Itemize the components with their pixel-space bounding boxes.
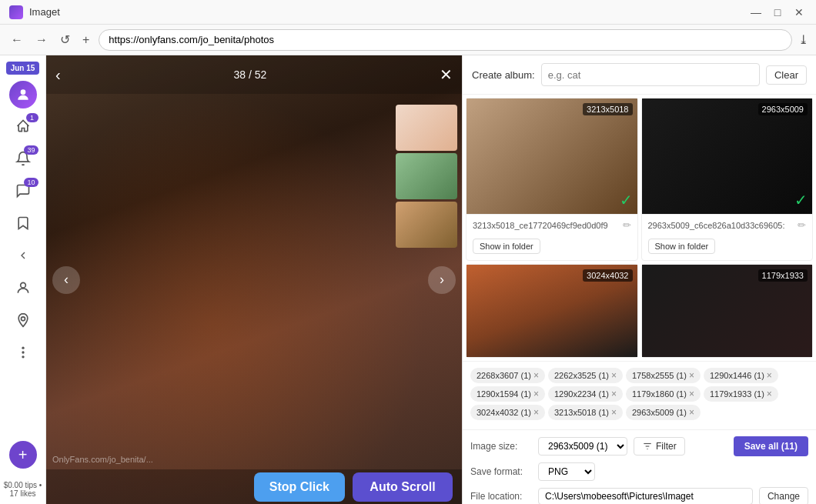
- sidebar-item-profile[interactable]: [6, 273, 40, 302]
- main-layout: Jun 15 1 39 10 + $0.0: [0, 55, 816, 504]
- grid-check-1: ✓: [620, 191, 633, 209]
- filter-icon: [642, 441, 653, 452]
- thumb-3[interactable]: [396, 202, 457, 248]
- album-input[interactable]: [541, 63, 760, 86]
- close-btn[interactable]: ✕: [791, 5, 807, 20]
- image-card-4: 1179x1933: [641, 264, 814, 358]
- tag-x-9[interactable]: ×: [611, 407, 617, 418]
- new-tab-btn[interactable]: +: [79, 32, 92, 48]
- tag-x-0[interactable]: ×: [533, 370, 539, 381]
- viewer-watermark: OnlyFans.com/jo_benita/...: [52, 455, 153, 464]
- viewer-counter: 38 / 52: [233, 68, 266, 81]
- tag-x-7[interactable]: ×: [767, 389, 772, 399]
- filter-btn[interactable]: Filter: [634, 437, 685, 456]
- sidebar-item-more[interactable]: [6, 338, 40, 367]
- sidebar-item-bookmark[interactable]: [6, 209, 40, 238]
- sidebar-item-bell[interactable]: 39: [6, 144, 40, 173]
- sidebar-add-btn[interactable]: +: [9, 441, 37, 469]
- file-location-row: File location: Change: [470, 487, 808, 504]
- image-card-1: 3213x5018 ✓ 3213x5018_ce17720469cf9ed0d0…: [466, 98, 638, 261]
- viewer-prev-btn[interactable]: ‹: [52, 266, 80, 294]
- bookmark-btn[interactable]: ⤓: [798, 32, 808, 47]
- file-location-label: File location:: [470, 491, 532, 502]
- right-panel: Create album: Clear 3213x5018 ✓ 3213x501…: [462, 55, 816, 504]
- tag-1: 2262x3525 (1)×: [548, 368, 623, 383]
- viewer-thumbnails: [393, 102, 462, 251]
- save-format-row: Save format: PNG JPG WEBP: [470, 462, 808, 481]
- tag-5: 1290x2234 (1)×: [548, 386, 623, 402]
- show-folder-btn-1[interactable]: Show in folder: [473, 239, 540, 254]
- sidebar-item-home[interactable]: 1: [6, 112, 40, 141]
- back-btn[interactable]: ←: [8, 32, 26, 48]
- tag-4: 1290x1594 (1)×: [470, 386, 545, 402]
- sidebar-date: Jun 15: [6, 62, 40, 75]
- tag-x-3[interactable]: ×: [767, 370, 772, 381]
- save-format-label: Save format:: [470, 466, 532, 477]
- tag-x-5[interactable]: ×: [611, 389, 617, 399]
- tag-9: 3213x5018 (1)×: [548, 405, 623, 420]
- thumb-2[interactable]: [396, 153, 457, 199]
- sidebar-tips: $0.00 tips • 17 likes: [0, 478, 45, 501]
- sidebar-item-arrow[interactable]: [6, 241, 40, 270]
- grid-image-1[interactable]: [467, 98, 637, 214]
- maximize-btn[interactable]: □: [770, 5, 785, 20]
- grid-label-1: 3213x5018: [583, 103, 632, 115]
- refresh-btn[interactable]: ↺: [57, 31, 73, 48]
- viewer-close-btn[interactable]: ✕: [440, 65, 453, 84]
- change-btn[interactable]: Change: [759, 487, 808, 504]
- grid-image-2[interactable]: [642, 98, 813, 214]
- save-format-select[interactable]: PNG JPG WEBP: [538, 462, 595, 481]
- sidebar: Jun 15 1 39 10 + $0.0: [0, 55, 46, 504]
- sidebar-item-chat[interactable]: 10: [6, 176, 40, 205]
- tags-section: 2268x3607 (1)× 2262x3525 (1)× 1758x2555 …: [463, 361, 816, 429]
- tag-x-8[interactable]: ×: [533, 407, 539, 418]
- image-size-select[interactable]: 2963x5009 (1) 3213x5018 (1) 3024x4032 (1…: [538, 437, 627, 456]
- card-filename-1: 3213x5018_ce17720469cf9ed0d0f9: [473, 221, 623, 230]
- viewer-top-bar: ‹ 38 / 52 ✕: [46, 55, 462, 94]
- tag-6: 1179x1860 (1)×: [626, 386, 701, 402]
- edit-icon-2[interactable]: ✏: [798, 219, 806, 231]
- grid-label-2: 2963x5009: [758, 103, 808, 115]
- image-size-label: Image size:: [470, 441, 532, 452]
- address-bar[interactable]: [99, 29, 792, 51]
- svg-point-2: [21, 317, 25, 321]
- grid-label-3: 3024x4032: [583, 269, 632, 282]
- tags-row-2: 1290x1594 (1)× 1290x2234 (1)× 1179x1860 …: [470, 386, 808, 402]
- bottom-controls: Image size: 2963x5009 (1) 3213x5018 (1) …: [463, 429, 816, 504]
- stop-click-btn[interactable]: Stop Click: [254, 472, 345, 502]
- grid-label-4: 1179x1933: [758, 269, 808, 282]
- auto-scroll-btn[interactable]: Auto Scroll: [353, 472, 453, 502]
- filter-label: Filter: [656, 441, 677, 452]
- create-album-row: Create album: Clear: [463, 55, 816, 95]
- tag-x-2[interactable]: ×: [689, 370, 694, 381]
- card-info-1: 3213x5018_ce17720469cf9ed0d0f9 ✏: [467, 214, 637, 235]
- viewer-back-btn[interactable]: ‹: [55, 66, 61, 84]
- clear-btn[interactable]: Clear: [766, 65, 807, 85]
- tag-x-1[interactable]: ×: [611, 370, 617, 381]
- svg-point-1: [20, 282, 25, 288]
- tag-2: 1758x2555 (1)×: [626, 368, 701, 383]
- chat-badge: 10: [24, 178, 38, 187]
- tag-x-10[interactable]: ×: [689, 407, 694, 418]
- sidebar-item-location[interactable]: [6, 305, 40, 335]
- tag-x-6[interactable]: ×: [689, 389, 694, 399]
- tag-x-4[interactable]: ×: [533, 389, 539, 399]
- title-bar: Imaget — □ ✕: [0, 0, 816, 25]
- image-card-2: 2963x5009 ✓ 2963x5009_c6ce826a10d33c6960…: [641, 98, 814, 261]
- viewer-next-btn[interactable]: ›: [428, 266, 456, 294]
- svg-point-3: [22, 351, 24, 353]
- app-title: Imaget: [29, 6, 60, 18]
- image-card-3: 3024x4032: [466, 264, 638, 358]
- edit-icon-1[interactable]: ✏: [623, 219, 631, 231]
- save-all-btn[interactable]: Save all (11): [734, 436, 808, 456]
- file-location-input[interactable]: [538, 488, 753, 504]
- card-info-2: 2963x5009_c6ce826a10d33c69605: ✏: [642, 214, 813, 235]
- show-folder-btn-2[interactable]: Show in folder: [648, 239, 716, 254]
- image-size-row: Image size: 2963x5009 (1) 3213x5018 (1) …: [470, 436, 808, 456]
- forward-btn[interactable]: →: [32, 32, 51, 48]
- image-grid: 3213x5018 ✓ 3213x5018_ce17720469cf9ed0d0…: [463, 95, 816, 361]
- tag-3: 1290x1446 (1)×: [704, 368, 778, 383]
- minimize-btn[interactable]: —: [748, 5, 764, 20]
- thumb-1[interactable]: [396, 105, 457, 151]
- create-album-label: Create album:: [472, 69, 535, 81]
